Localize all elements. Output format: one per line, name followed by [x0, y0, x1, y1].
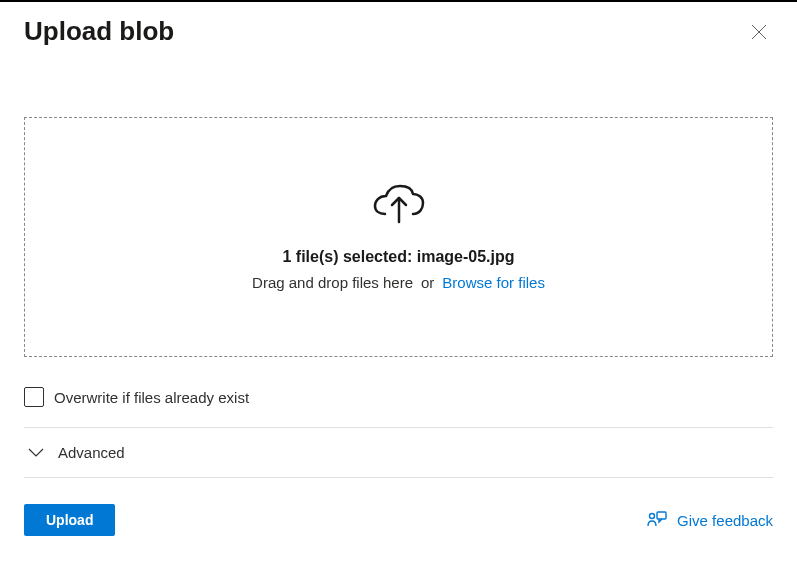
- overwrite-label: Overwrite if files already exist: [54, 389, 249, 406]
- selected-files-text: 1 file(s) selected: image-05.jpg: [282, 248, 514, 266]
- feedback-icon: [647, 511, 667, 529]
- give-feedback-link[interactable]: Give feedback: [647, 511, 773, 529]
- svg-point-3: [650, 514, 655, 519]
- page-title: Upload blob: [24, 16, 174, 47]
- dragdrop-text: Drag and drop files here: [252, 274, 413, 291]
- or-text: or: [421, 274, 434, 291]
- svg-rect-4: [657, 512, 666, 519]
- cloud-upload-icon: [371, 184, 427, 228]
- panel-header: Upload blob: [0, 2, 797, 55]
- advanced-label: Advanced: [58, 444, 125, 461]
- chevron-down-icon: [28, 448, 44, 458]
- feedback-label: Give feedback: [677, 512, 773, 529]
- advanced-toggle[interactable]: Advanced: [24, 428, 773, 477]
- panel-content: 1 file(s) selected: image-05.jpg Drag an…: [0, 117, 797, 536]
- panel-footer: Upload Give feedback: [24, 478, 773, 536]
- file-dropzone[interactable]: 1 file(s) selected: image-05.jpg Drag an…: [24, 117, 773, 357]
- upload-button[interactable]: Upload: [24, 504, 115, 536]
- browse-files-link[interactable]: Browse for files: [442, 274, 545, 291]
- overwrite-checkbox[interactable]: [24, 387, 44, 407]
- close-button[interactable]: [745, 18, 773, 46]
- close-icon: [751, 24, 767, 40]
- overwrite-option: Overwrite if files already exist: [24, 387, 773, 427]
- dragdrop-instruction: Drag and drop files here or Browse for f…: [252, 274, 545, 291]
